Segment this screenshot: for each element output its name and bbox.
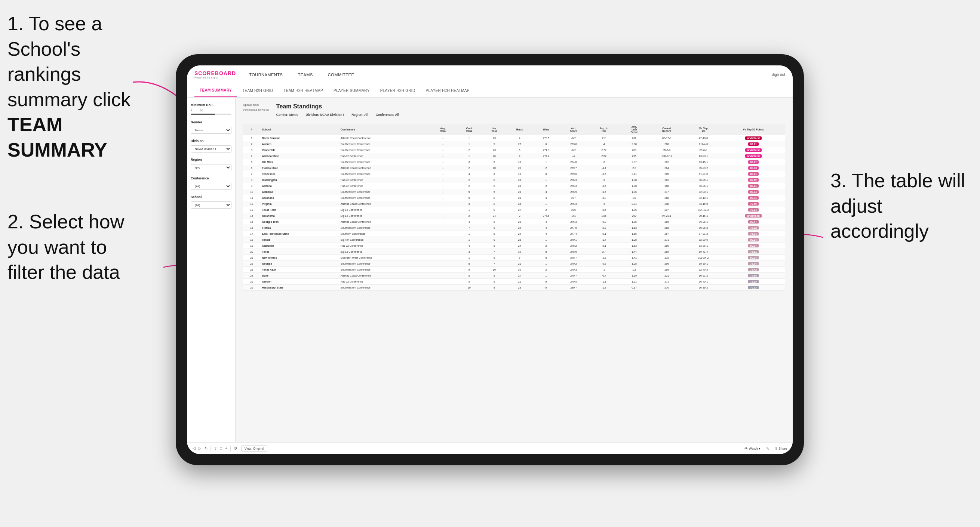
subnav-player-h2h-grid[interactable]: PLAYER H2H GRID bbox=[375, 84, 421, 97]
toolbar-refresh-icon[interactable]: ↻ bbox=[205, 446, 207, 450]
cell-vs-top25: 83-15-0 bbox=[685, 201, 722, 207]
cell-adj-score: 278.7 bbox=[559, 255, 588, 261]
gender-label: Gender bbox=[191, 121, 231, 124]
cell-rank: 26 bbox=[243, 285, 260, 291]
region-filter-label: Region: All bbox=[352, 113, 368, 117]
cell-no-tour: 8 bbox=[482, 285, 507, 291]
cell-no-tour: 10 bbox=[482, 267, 507, 273]
instruction-step3-text: 3. The table willadjust accordingly bbox=[830, 170, 965, 242]
view-original-button[interactable]: View: Original bbox=[241, 446, 267, 451]
conference-select[interactable]: (All) bbox=[191, 183, 231, 190]
cell-avg-rank: - bbox=[430, 255, 456, 261]
cell-rnds: 24 bbox=[506, 231, 533, 237]
conference-label: Conference bbox=[191, 176, 231, 180]
cell-avg-rank: - bbox=[430, 285, 456, 291]
subnav-team-summary[interactable]: TEAM SUMMARY bbox=[194, 84, 237, 97]
cell-avg-rank: - bbox=[430, 159, 456, 165]
toolbar-clock-icon[interactable]: ⏱ bbox=[234, 446, 237, 450]
toolbar-back-icon[interactable]: ◁ bbox=[192, 446, 196, 450]
subnav-player-summary[interactable]: PLAYER SUMMARY bbox=[328, 84, 375, 97]
toolbar-export-icon[interactable]: ⤡ bbox=[766, 446, 769, 450]
cell-rnds: 26 bbox=[506, 219, 533, 225]
watch-button[interactable]: 👁 Watch ▾ bbox=[745, 447, 760, 450]
cell-no-tour: 26 bbox=[482, 153, 507, 159]
table-row: 25 Oregon Pac-12 Conference - 5 9 21 9 2… bbox=[243, 279, 785, 285]
cell-adj-score: 279.5 bbox=[559, 279, 588, 285]
cell-vs-top25: 87-21-2 bbox=[685, 231, 722, 237]
minimum-slider[interactable] bbox=[191, 114, 231, 115]
cell-no-tour: 24 bbox=[482, 213, 507, 219]
cell-avg-to-par: -3.5 bbox=[588, 207, 620, 213]
cell-conference: Pac-12 Conference bbox=[339, 183, 430, 189]
subnav-player-h2h-heatmap[interactable]: PLAYER H2H HEATMAP bbox=[420, 84, 474, 97]
cell-conf-rank: 2 bbox=[456, 147, 482, 153]
cell-vs-top25: 76-26-1 bbox=[685, 219, 722, 225]
share-button[interactable]: ⇧ Share bbox=[775, 447, 787, 450]
subnav-team-h2h-heatmap[interactable]: TEAM H2H HEATMAP bbox=[278, 84, 328, 97]
cell-rank: 5 bbox=[243, 159, 260, 165]
cell-overall-record: 288 bbox=[648, 201, 685, 207]
cell-rank: 19 bbox=[243, 243, 260, 249]
cell-vs-top50: 83.49 bbox=[722, 177, 785, 183]
cell-avg-to-par: -5.8 bbox=[588, 261, 620, 267]
cell-overall-record: 215 bbox=[648, 255, 685, 261]
cell-conference: Southeastern Conference bbox=[339, 159, 430, 165]
nav-teams[interactable]: TEAMS bbox=[296, 73, 315, 77]
cell-overall-record: 264 bbox=[648, 165, 685, 171]
cell-school: Georgia bbox=[260, 261, 339, 267]
gender-select[interactable]: Men's Women's bbox=[191, 127, 231, 134]
division-select[interactable]: NCAA Division I NCAA Division II NCAA Di… bbox=[191, 145, 231, 152]
cell-overall-record: 266 bbox=[648, 261, 685, 267]
col-rank: # bbox=[243, 124, 260, 135]
cell-adj-score: 276.3 bbox=[559, 183, 588, 189]
cell-avg-to-par: 2.77 bbox=[588, 147, 620, 153]
cell-rnds: 4 bbox=[506, 153, 533, 159]
cell-rank: 4 bbox=[243, 153, 260, 159]
nav-tournaments[interactable]: TOURNAMENTS bbox=[247, 73, 285, 77]
cell-rank: 13 bbox=[243, 207, 260, 213]
gender-filter-label: Gender: Men's bbox=[276, 113, 298, 117]
cell-overall-record: 265 bbox=[648, 171, 685, 177]
toolbar-forward-icon[interactable]: ▷ bbox=[199, 446, 202, 450]
standings-table: # School Conference Avg.Rank ConfRank No… bbox=[243, 124, 785, 291]
cell-conference: Big 12 Conference bbox=[339, 213, 430, 219]
cell-adj-score: -6.2 bbox=[559, 135, 588, 141]
subnav-team-h2h-grid[interactable]: TEAM H2H GRID bbox=[237, 84, 278, 97]
cell-no-tour: 6 bbox=[482, 189, 507, 195]
cell-vs-top50: 87.21 bbox=[722, 141, 785, 147]
cell-school: Georgia Tech bbox=[260, 219, 339, 225]
cell-conf-rank: 2 bbox=[456, 177, 482, 183]
region-label: Region bbox=[191, 158, 231, 162]
cell-avg-low: 203 bbox=[620, 147, 648, 153]
nav-committee[interactable]: COMMITTEE bbox=[326, 73, 356, 77]
school-select[interactable]: (All) bbox=[191, 202, 231, 209]
col-conf-rank: ConfRank bbox=[456, 124, 482, 135]
cell-avg-to-par: 2.7 bbox=[588, 135, 620, 141]
school-label: School bbox=[191, 195, 231, 199]
cell-avg-low: 262 bbox=[620, 135, 648, 141]
cell-adj-score: 274.8 bbox=[559, 159, 588, 165]
minimum-range-values: 4 30 bbox=[191, 109, 231, 112]
cell-avg-to-par: -2 bbox=[588, 267, 620, 273]
cell-vs-top50: 74.88 bbox=[722, 273, 785, 279]
cell-adj-score: 278.6 bbox=[559, 249, 588, 255]
instruction-step1-text: 1. To see a School's rankings summary cl… bbox=[8, 13, 130, 110]
cell-no-tour: 7 bbox=[482, 261, 507, 267]
toolbar-bookmark-icon[interactable]: □ bbox=[220, 446, 222, 450]
cell-no-tour: 9 bbox=[482, 273, 507, 279]
toolbar-share-icon[interactable]: ⇧ bbox=[214, 446, 217, 450]
cell-rnds: 18 bbox=[506, 171, 533, 177]
cell-no-tour: 8 bbox=[482, 243, 507, 249]
region-select[interactable]: N/A All bbox=[191, 164, 231, 171]
cell-rank: 18 bbox=[243, 237, 260, 243]
cell-wins: 1 bbox=[533, 201, 559, 207]
sign-out-button[interactable]: Sign out bbox=[772, 73, 785, 77]
cell-conf-rank: 5 bbox=[456, 279, 482, 285]
toolbar-add-icon[interactable]: + bbox=[225, 446, 228, 450]
cell-vs-top25: 30-15-1 bbox=[685, 213, 722, 219]
cell-school: Ole Miss bbox=[260, 159, 339, 165]
cell-rnds: 24 bbox=[506, 243, 533, 249]
cell-rnds: 24 bbox=[506, 225, 533, 231]
table-row: 8 Washington Pac-12 Conference - 2 8 23 … bbox=[243, 177, 785, 183]
filter-minimum: Minimum Rou... 4 30 bbox=[191, 103, 231, 115]
